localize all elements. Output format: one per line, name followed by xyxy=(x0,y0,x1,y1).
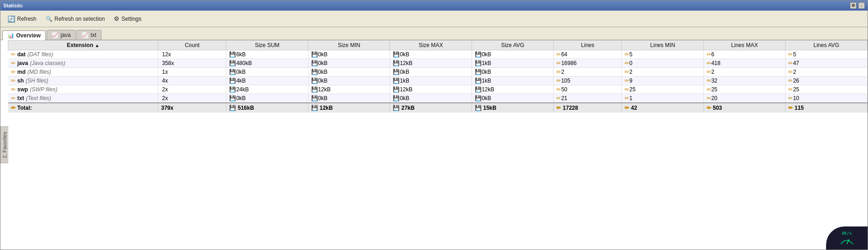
settings-icon: ⚙ xyxy=(114,15,119,22)
cell-size-max-dat: 💾0kB xyxy=(390,50,472,59)
footer-size-min: 💾 12kB xyxy=(308,103,390,113)
tab-overview[interactable]: 📊 Overview xyxy=(2,30,46,40)
cell-size-max-java: 💾12kB xyxy=(390,59,472,68)
cell-lines-max-java: ✏418 xyxy=(703,59,785,68)
refresh-button[interactable]: 🔄 Refresh xyxy=(3,13,41,24)
col-count[interactable]: Count xyxy=(158,41,226,50)
title-bar-left: Statistic xyxy=(3,3,23,8)
cell-size-sum-java: 💾480kB xyxy=(226,59,308,68)
cell-lines-min-dat: ✏5 xyxy=(622,50,704,59)
refresh-label: Refresh xyxy=(17,16,36,22)
cell-lines-avg-swp: ✏25 xyxy=(785,85,868,94)
refresh-icon: 🔄 xyxy=(7,15,15,23)
col-size-sum[interactable]: Size SUM xyxy=(226,41,308,50)
cell-count-swp: 2x xyxy=(158,85,226,94)
cell-size-min-txt: 💾0kB xyxy=(308,94,390,103)
tab-txt[interactable]: 📈 txt xyxy=(77,30,101,40)
cell-size-avg-sh: 💾1kB xyxy=(472,77,554,85)
cell-size-avg-java: 💾1kB xyxy=(472,59,554,68)
footer-label: ✏ Total: xyxy=(8,103,158,113)
table-row: ✏ swp (SWP files) 2x 💾24kB 💾12kB 💾12kB 💾… xyxy=(8,85,868,94)
tab-overview-icon: 📊 xyxy=(7,32,14,39)
speed-indicator: 0K/s xyxy=(826,226,868,250)
cell-size-sum-dat: 💾6kB xyxy=(226,50,308,59)
col-size-avg[interactable]: Size AVG xyxy=(472,41,554,50)
footer-count: 379x xyxy=(158,103,226,113)
cell-size-avg-dat: 💾0kB xyxy=(472,50,554,59)
col-size-min[interactable]: Size MIN xyxy=(308,41,390,50)
cell-lines-avg-dat: ✏5 xyxy=(785,50,868,59)
cell-lines-avg-txt: ✏10 xyxy=(785,94,868,103)
footer-lines-avg: ✏ 115 xyxy=(785,103,868,113)
cell-lines-max-txt: ✏20 xyxy=(703,94,785,103)
settings-label: Settings xyxy=(121,16,141,22)
settings-button[interactable]: ⚙ Settings xyxy=(110,13,145,24)
cell-size-max-sh: 💾1kB xyxy=(390,77,472,85)
cell-lines-avg-java: ✏47 xyxy=(785,59,868,68)
table-header-row: Extension ▲ Count Size SUM Size MIN Size… xyxy=(8,41,868,50)
cell-size-min-java: 💾0kB xyxy=(308,59,390,68)
window-title: Statistic xyxy=(3,3,23,8)
col-lines-avg[interactable]: Lines AVG xyxy=(785,41,868,50)
cell-lines-avg-md: ✏2 xyxy=(785,68,868,77)
cell-lines-min-txt: ✏1 xyxy=(622,94,704,103)
col-lines[interactable]: Lines xyxy=(554,41,622,50)
cell-ext-dat: ✏ dat (DAT files) xyxy=(8,50,158,59)
cell-lines-max-dat: ✏6 xyxy=(703,50,785,59)
cell-size-avg-swp: 💾12kB xyxy=(472,85,554,94)
cell-ext-txt: ✏ txt (Text files) xyxy=(8,94,158,103)
settings-title-btn[interactable]: ⚙ xyxy=(850,2,856,9)
tab-java-icon: 📈 xyxy=(52,32,59,38)
tab-overview-label: Overview xyxy=(16,32,41,39)
table-row: ✏ md (MD files) 1x 💾0kB 💾0kB 💾0kB 💾0kB ✏… xyxy=(8,68,868,77)
cell-size-avg-txt: 💾0kB xyxy=(472,94,554,103)
footer-lines: ✏ 17228 xyxy=(554,103,622,113)
col-extension[interactable]: Extension ▲ xyxy=(8,41,158,50)
cell-ext-swp: ✏ swp (SWP files) xyxy=(8,85,158,94)
favorites-sidebar[interactable]: 2. Favorites xyxy=(0,126,8,163)
cell-size-sum-md: 💾0kB xyxy=(226,68,308,77)
footer-size-avg: 💾 15kB xyxy=(472,103,554,113)
footer-lines-max: ✏ 503 xyxy=(703,103,785,113)
col-size-max[interactable]: Size MAX xyxy=(390,41,472,50)
cell-size-min-sh: 💾0kB xyxy=(308,77,390,85)
favorites-label: 2. Favorites xyxy=(2,131,7,158)
title-bar-controls: ⚙ ↓ xyxy=(850,2,865,9)
table-row: ✏ dat (DAT files) 12x 💾6kB 💾0kB 💾0kB 💾0k… xyxy=(8,50,868,59)
col-lines-max[interactable]: Lines MAX xyxy=(703,41,785,50)
cell-lines-swp: ✏50 xyxy=(554,85,622,94)
cell-count-java: 358x xyxy=(158,59,226,68)
footer-size-max: 💾 27kB xyxy=(390,103,472,113)
table-container[interactable]: 2. Favorites Extension ▲ Count Size SUM … xyxy=(0,40,868,250)
footer-row: ✏ Total: 379x 💾 516kB 💾 12kB 💾 xyxy=(8,103,868,113)
cell-lines-avg-sh: ✏26 xyxy=(785,77,868,85)
cell-lines-min-md: ✏2 xyxy=(622,68,704,77)
cell-lines-min-sh: ✏9 xyxy=(622,77,704,85)
cell-lines-dat: ✏64 xyxy=(554,50,622,59)
cell-size-min-swp: 💾12kB xyxy=(308,85,390,94)
cell-count-dat: 12x xyxy=(158,50,226,59)
cell-ext-sh: ✏ sh (SH files) xyxy=(8,77,158,85)
tabs-bar: 📊 Overview 📈 java 📈 txt xyxy=(0,27,868,40)
tab-txt-icon: 📈 xyxy=(82,32,89,38)
cell-ext-md: ✏ md (MD files) xyxy=(8,68,158,77)
footer-lines-min: ✏ 42 xyxy=(622,103,704,113)
cell-lines-max-swp: ✏25 xyxy=(703,85,785,94)
cell-lines-min-swp: ✏25 xyxy=(622,85,704,94)
cell-lines-max-md: ✏2 xyxy=(703,68,785,77)
cell-size-max-md: 💾0kB xyxy=(390,68,472,77)
toolbar: 🔄 Refresh 🔍 Refresh on selection ⚙ Setti… xyxy=(0,11,868,27)
col-lines-min[interactable]: Lines MIN xyxy=(622,41,704,50)
speed-gauge-icon xyxy=(840,236,854,245)
minimize-title-btn[interactable]: ↓ xyxy=(858,2,865,9)
cell-size-sum-sh: 💾4kB xyxy=(226,77,308,85)
cell-size-max-txt: 💾0kB xyxy=(390,94,472,103)
table-row: ✏ java (Java classes) 358x 💾480kB 💾0kB 💾… xyxy=(8,59,868,68)
cell-lines-min-java: ✏0 xyxy=(622,59,704,68)
tab-java[interactable]: 📈 java xyxy=(47,30,76,40)
refresh-selection-label: Refresh on selection xyxy=(54,16,105,22)
cell-size-sum-txt: 💾0kB xyxy=(226,94,308,103)
refresh-selection-button[interactable]: 🔍 Refresh on selection xyxy=(41,14,109,24)
table-row: ✏ txt (Text files) 2x 💾0kB 💾0kB 💾0kB 💾0k… xyxy=(8,94,868,103)
title-bar: Statistic ⚙ ↓ xyxy=(0,0,868,11)
